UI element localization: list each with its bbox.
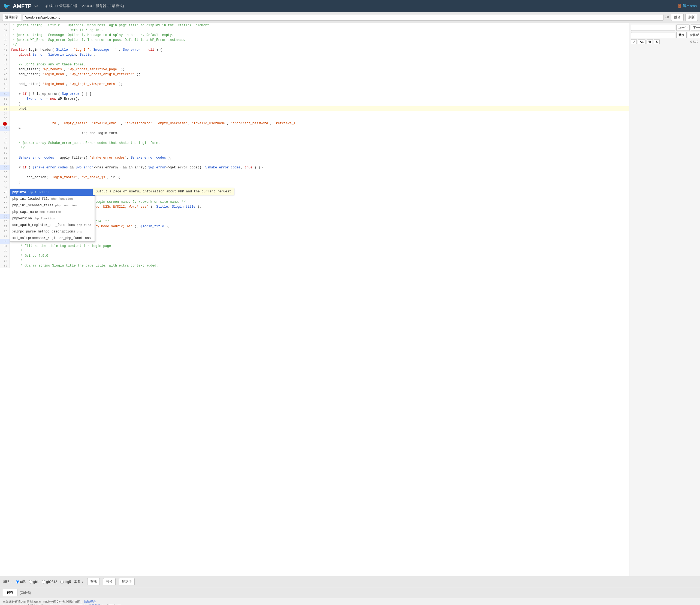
table-row: 68 } — [0, 180, 629, 185]
back-button[interactable]: 返回目录 — [2, 14, 21, 21]
big5-radio-label[interactable]: big5 — [60, 580, 71, 584]
table-row: 53 phpIn — [0, 106, 629, 111]
clear-cache-link[interactable]: 清除缓存 — [84, 600, 96, 603]
table-row: 50 ▼ if ( ! is_wp_error( $wp_error ) ) { — [0, 92, 629, 97]
save-bar: 保存 (Ctrl+S) — [0, 587, 700, 598]
path-input[interactable] — [23, 14, 664, 21]
list-item[interactable]: phpversion php function — [10, 215, 95, 222]
goto-tool-button[interactable]: 转到行 — [119, 578, 135, 585]
table-row: 49 — [0, 87, 629, 92]
footer-memory: 当前运行环境内存限制 385M（每次处理文件大小限制范围） 清除缓存 — [3, 600, 697, 604]
save-button[interactable]: 保存 — [3, 589, 18, 596]
find-options: .* Aa \b S 0 总 0 — [631, 39, 698, 44]
table-row: 61 */ — [0, 146, 629, 150]
header-title: 在线FTP管理客户端 - 127.0.0.1 服务器 (主动模式) — [46, 3, 124, 8]
find-input[interactable] — [631, 25, 675, 31]
footer-copyright: Copyright © 2021 广州华的科技 All Rights Reser… — [3, 604, 697, 605]
table-row: 64 — [0, 160, 629, 165]
save-shortcut: (Ctrl+S) — [20, 591, 31, 595]
table-row: 41 function login_header( $title = 'Log … — [0, 47, 629, 52]
sel-option-button[interactable]: S — [654, 39, 660, 44]
table-row: 65 ▼ if ( $shake_error_codes && $wp_erro… — [0, 165, 629, 170]
logo-bird: 🐦 — [3, 3, 10, 9]
big5-radio[interactable] — [60, 580, 64, 583]
find-count: 0 总 0 — [691, 40, 698, 44]
gb2312-radio[interactable] — [42, 580, 45, 583]
ac-item-name: php_sapi_name — [12, 209, 38, 215]
case-option-button[interactable]: Aa — [638, 39, 645, 44]
encoding-label: 编码： — [3, 579, 12, 584]
table-row: 57 ▶ — [0, 126, 629, 131]
list-item[interactable]: php_ini_loaded_file php function — [10, 196, 95, 202]
header: 🐦 AMFTP V3.0 在线FTP管理客户端 - 127.0.0.1 服务器 … — [0, 0, 700, 12]
logout-button[interactable]: 🚪 退出amh — [677, 3, 697, 8]
ac-item-name: php_ini_scanned_files — [12, 203, 53, 208]
table-row: 51 $wp_error = new WP_Error(); — [0, 97, 629, 101]
refresh-button[interactable]: 刷新 — [685, 14, 698, 21]
table-row: 48 add_action( 'login_head', 'wp_login_v… — [0, 82, 629, 87]
eye-icon[interactable]: 👁 — [665, 15, 670, 20]
find-replace-panel: 上一个 下一个 查找所有 ✕ 替换 替换所有 .* Aa \b S 0 总 0 — [629, 23, 700, 576]
table-row: 82 * — [0, 249, 629, 253]
autocomplete-tooltip: Output a page of useful information abou… — [93, 188, 234, 195]
logo-text: AMFTP — [13, 3, 32, 9]
logout-label: 退出amh — [683, 3, 697, 8]
table-row: 55 — [0, 116, 629, 121]
list-item[interactable]: php_ini_scanned_files php function — [10, 202, 95, 209]
utf8-radio[interactable] — [16, 580, 19, 583]
table-row: 67 add_action( 'login_footer', 'wp_shake… — [0, 175, 629, 180]
gbk-radio[interactable] — [29, 580, 32, 583]
table-row: ✕ 'rd', 'empty_email', 'invalid_email', … — [0, 121, 629, 126]
list-item[interactable]: xmlrpc_parse_method_descriptions php — [10, 228, 95, 235]
gbk-radio-label[interactable]: gbk — [29, 580, 39, 584]
table-row: 66 — [0, 170, 629, 175]
gb2312-radio-label[interactable]: gb2312 — [42, 580, 57, 584]
autocomplete-container: 54 55 ✕ 'rd', 'empty_email', 'invalid_em… — [0, 111, 629, 150]
replace-tool-button[interactable]: 替换 — [103, 578, 116, 585]
prev-button[interactable]: 上一个 — [676, 25, 690, 31]
find-row: 上一个 下一个 查找所有 ✕ — [631, 25, 698, 31]
table-row: 81 * Filters the title tag content for l… — [0, 244, 629, 249]
list-item[interactable]: phpinfo php function — [10, 189, 95, 196]
version-badge: V3.0 — [34, 4, 41, 8]
replace-button[interactable]: 替换 — [676, 32, 686, 38]
table-row: 59 — [0, 136, 629, 141]
list-item[interactable]: xsl_xsltprocessor_register_php_functions — [10, 235, 95, 242]
ac-item-name: dom_xpath_register_php_functions — [12, 223, 75, 228]
replace-all-button[interactable]: 替换所有 — [688, 32, 700, 38]
table-row: 62 — [0, 150, 629, 155]
bottom-toolbar: 编码： utf8 gbk gb2312 big5 工具： 查找 替换 转到行 — [0, 576, 700, 587]
autocomplete-dropdown[interactable]: phpinfo php function php_ini_loaded_file… — [10, 189, 95, 242]
table-row: 83 * @since 4.9.0 — [0, 253, 629, 258]
table-row: 38 * @param string $message Optional. Me… — [0, 33, 629, 37]
table-row: 46 add_action( 'login_head', 'wp_strict_… — [0, 72, 629, 77]
ac-item-name: phpversion — [12, 216, 32, 221]
find-tool-button[interactable]: 查找 — [87, 578, 100, 585]
replace-row: 替换 替换所有 — [631, 32, 698, 38]
table-row: 63 $shake_error_codes = apply_filters( '… — [0, 155, 629, 160]
word-option-button[interactable]: \b — [647, 39, 653, 44]
table-row: 43 — [0, 57, 629, 62]
footer: 当前运行环境内存限制 385M（每次处理文件大小限制范围） 清除缓存 Copyr… — [0, 598, 700, 605]
table-row: 36 * @param string $title Optional. Word… — [0, 23, 629, 28]
table-row: 52 } — [0, 101, 629, 106]
table-row: 39 * @param WP_Error $wp_error Optional.… — [0, 37, 629, 43]
code-editor[interactable]: 36 * @param string $title Optional. Word… — [0, 23, 629, 576]
next-button[interactable]: 下一个 — [691, 25, 700, 31]
jump-button[interactable]: 跳转 — [671, 14, 684, 21]
replace-input[interactable] — [631, 32, 675, 38]
list-item[interactable]: php_sapi_name php function — [10, 209, 95, 215]
list-item[interactable]: dom_xpath_register_php_functions php fun… — [10, 222, 95, 228]
regex-option-button[interactable]: .* — [631, 39, 637, 44]
table-row: 44 // Don't index any of these forms. — [0, 62, 629, 67]
ac-item-name: phpinfo — [12, 190, 26, 195]
table-row: 85 * @param string $login_title The page… — [0, 263, 629, 268]
error-marker: ✕ — [3, 122, 7, 126]
toolbar: 返回目录 👁 跳转 刷新 — [0, 12, 700, 23]
table-row: 84 * — [0, 258, 629, 263]
utf8-radio-label[interactable]: utf8 — [16, 580, 26, 584]
table-row: 58 ing the login form. — [0, 131, 629, 136]
ac-item-name: php_ini_loaded_file — [12, 197, 50, 201]
table-row: 40 */ — [0, 43, 629, 47]
logout-icon: 🚪 — [677, 4, 682, 8]
